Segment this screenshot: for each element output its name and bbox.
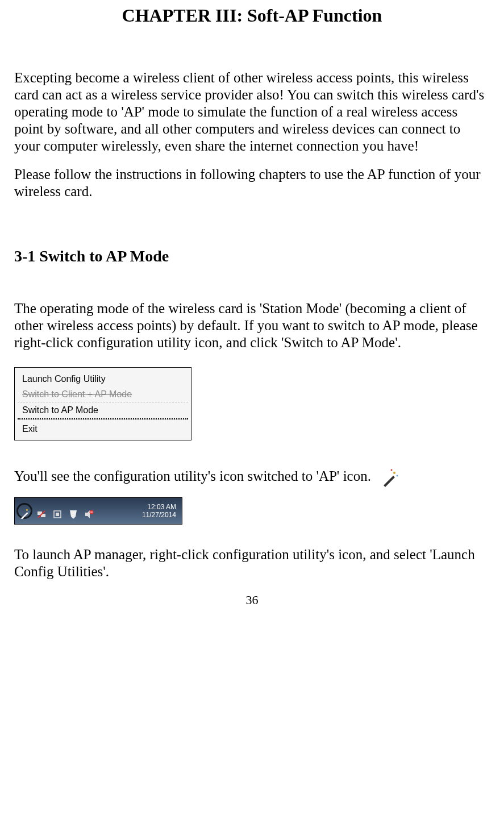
network-disconnected-icon[interactable] bbox=[36, 506, 47, 516]
svg-point-3 bbox=[391, 469, 393, 471]
menu-item-switch-client-ap-mode: Switch to Client + AP Mode bbox=[18, 386, 188, 402]
svg-rect-11 bbox=[56, 513, 59, 516]
menu-item-switch-ap-mode[interactable]: Switch to AP Mode bbox=[18, 402, 188, 418]
menu-separator bbox=[18, 419, 188, 420]
intro-paragraph-1: Excepting become a wireless client of ot… bbox=[14, 69, 490, 155]
intro-paragraph-2: Please follow the instructions in follow… bbox=[14, 166, 490, 200]
action-center-icon[interactable] bbox=[68, 506, 78, 516]
context-menu-figure: Launch Config Utility Switch to Client +… bbox=[14, 367, 191, 440]
svg-rect-0 bbox=[384, 476, 395, 487]
section-paragraph-2-line: You'll see the configuration utility's i… bbox=[14, 468, 490, 487]
tray-icons bbox=[18, 505, 94, 517]
section-paragraph-3: To launch AP manager, right-click config… bbox=[14, 546, 490, 580]
section-paragraph-1: The operating mode of the wireless card … bbox=[14, 300, 490, 351]
svg-point-6 bbox=[28, 511, 30, 513]
tray-date: 11/27/2014 bbox=[142, 511, 176, 519]
chapter-title: CHAPTER III: Soft-AP Function bbox=[14, 5, 490, 26]
svg-point-5 bbox=[26, 509, 28, 511]
tray-time: 12:03 AM bbox=[142, 503, 176, 511]
device-icon[interactable] bbox=[52, 506, 63, 516]
tray-clock[interactable]: 12:03 AM 11/27/2014 bbox=[142, 503, 178, 519]
section-title: 3-1 Switch to AP Mode bbox=[14, 247, 490, 266]
menu-item-launch-config-utility[interactable]: Launch Config Utility bbox=[18, 371, 188, 386]
svg-point-1 bbox=[393, 472, 395, 474]
svg-rect-4 bbox=[21, 512, 28, 519]
system-tray-figure: 12:03 AM 11/27/2014 bbox=[14, 497, 182, 525]
ap-wand-icon bbox=[380, 468, 399, 487]
svg-point-2 bbox=[397, 475, 398, 477]
ap-wand-icon[interactable] bbox=[18, 505, 31, 517]
section-paragraph-2: You'll see the configuration utility's i… bbox=[14, 468, 371, 484]
volume-muted-icon[interactable] bbox=[84, 506, 94, 516]
page-number: 36 bbox=[14, 593, 490, 608]
menu-item-exit[interactable]: Exit bbox=[18, 421, 188, 436]
